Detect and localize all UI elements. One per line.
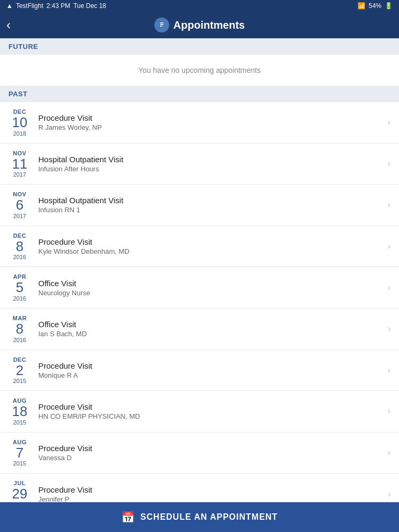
status-time: 2:43 PM (46, 2, 70, 10)
appointment-item[interactable]: AUG 18 2015 Procedure Visit HN CO EMR/IP… (0, 391, 399, 433)
appointment-provider: HN CO EMR/IP PHYSICIAN, MD (38, 412, 384, 420)
appointment-info: Hospital Outpatient Visit Infusion After… (38, 155, 384, 173)
appointment-provider: Infusion RN 1 (38, 206, 384, 214)
date-column: NOV 11 2017 (9, 150, 31, 178)
date-year: 2017 (9, 213, 31, 219)
appointment-info: Procedure Visit HN CO EMR/IP PHYSICIAN, … (38, 402, 384, 420)
appointment-item[interactable]: NOV 6 2017 Hospital Outpatient Visit Inf… (0, 185, 399, 226)
date-day: 5 (9, 280, 31, 295)
appointment-item[interactable]: APR 5 2016 Office Visit Neurology Nurse … (0, 267, 399, 309)
appointment-type: Office Visit (38, 320, 384, 329)
future-section: You have no upcoming appointments (0, 55, 399, 86)
appointment-item[interactable]: DEC 2 2015 Procedure Visit Monique R A › (0, 350, 399, 392)
date-month: AUG (9, 439, 31, 445)
app-name: TestFlight (16, 2, 43, 10)
content-area: FUTURE You have no upcoming appointments… (0, 38, 399, 532)
calendar-icon: 📅 (121, 511, 135, 523)
schedule-button-label: SCHEDULE AN APPOINTMENT (140, 512, 278, 522)
appointment-item[interactable]: DEC 10 2018 Procedure Visit R James Worl… (0, 102, 399, 144)
appointment-info: Office Visit Ian S Bach, MD (38, 320, 384, 338)
appointment-info: Procedure Visit Kyle Windsor Debenham, M… (38, 237, 384, 255)
chevron-right-icon: › (388, 200, 390, 210)
status-date: Tue Dec 18 (73, 2, 106, 10)
date-month: DEC (9, 232, 31, 239)
chevron-right-icon: › (388, 242, 390, 251)
appointments-icon (157, 20, 167, 30)
appointment-info: Procedure Visit R James Worley, NP (38, 113, 384, 131)
chevron-right-icon: › (388, 365, 390, 375)
appointment-type: Procedure Visit (38, 361, 384, 370)
appointment-info: Procedure Visit Jennifer P (38, 485, 384, 503)
appointment-provider: Vanessa D (38, 454, 384, 462)
back-button[interactable]: ‹ (6, 19, 11, 31)
appointment-provider: Monique R A (38, 371, 384, 379)
no-appointments-message: You have no upcoming appointments (138, 66, 261, 74)
nav-title: Appointments (173, 19, 245, 31)
date-column: DEC 2 2015 (9, 356, 31, 385)
date-year: 2015 (9, 378, 31, 384)
date-column: APR 5 2016 (9, 273, 31, 302)
appointment-info: Hospital Outpatient Visit Infusion RN 1 (38, 196, 384, 214)
date-day: 29 (9, 486, 31, 502)
date-column: AUG 18 2015 (9, 397, 31, 426)
appointment-type: Procedure Visit (38, 485, 384, 494)
status-bar: ▲ TestFlight 2:43 PM Tue Dec 18 📶 54% 🔋 (0, 0, 399, 12)
appointment-provider: R James Worley, NP (38, 123, 384, 131)
date-day: 2 (9, 363, 31, 378)
past-section-header: PAST (0, 86, 399, 102)
chevron-right-icon: › (388, 406, 390, 416)
appointment-type: Hospital Outpatient Visit (38, 155, 384, 164)
date-column: MAR 8 2016 (9, 315, 31, 343)
date-month: NOV (9, 150, 31, 156)
date-month: DEC (9, 356, 31, 363)
date-column: AUG 7 2015 (9, 439, 31, 467)
date-day: 7 (9, 445, 31, 461)
appointment-type: Procedure Visit (38, 444, 384, 453)
date-day: 8 (9, 321, 31, 337)
appointment-type: Hospital Outpatient Visit (38, 196, 384, 205)
chevron-right-icon: › (388, 159, 390, 169)
date-year: 2016 (9, 295, 31, 302)
battery-level: 54% (369, 2, 381, 10)
nav-bar: ‹ Appointments (0, 12, 399, 38)
chevron-right-icon: › (388, 118, 390, 127)
bottom-bar: 📅 SCHEDULE AN APPOINTMENT (0, 502, 399, 532)
appointment-type: Procedure Visit (38, 237, 384, 246)
appointment-provider: Kyle Windsor Debenham, MD (38, 247, 384, 255)
date-year: 2015 (9, 419, 31, 426)
chevron-right-icon: › (388, 489, 390, 499)
chevron-right-icon: › (388, 448, 390, 458)
appointment-info: Office Visit Neurology Nurse (38, 279, 384, 297)
appointment-item[interactable]: NOV 11 2017 Hospital Outpatient Visit In… (0, 144, 399, 185)
appointment-provider: Infusion After Hours (38, 165, 384, 173)
status-right: 📶 54% 🔋 (358, 2, 393, 10)
future-section-header: FUTURE (0, 38, 399, 55)
appointment-item[interactable]: MAR 8 2016 Office Visit Ian S Bach, MD › (0, 309, 399, 350)
appointments-list: DEC 10 2018 Procedure Visit R James Worl… (0, 102, 399, 532)
date-column: NOV 6 2017 (9, 191, 31, 219)
appointment-type: Procedure Visit (38, 113, 384, 122)
appointment-item[interactable]: AUG 7 2015 Procedure Visit Vanessa D › (0, 433, 399, 474)
nav-icon (154, 18, 169, 32)
schedule-appointment-button[interactable]: 📅 SCHEDULE AN APPOINTMENT (121, 511, 278, 523)
date-day: 11 (9, 156, 31, 172)
chevron-right-icon: › (388, 324, 390, 334)
date-year: 2015 (9, 460, 31, 467)
appointment-type: Office Visit (38, 279, 384, 288)
wifi-icon: 📶 (358, 2, 365, 10)
appointment-info: Procedure Visit Vanessa D (38, 444, 384, 462)
chevron-right-icon: › (388, 283, 390, 293)
date-year: 2017 (9, 171, 31, 178)
date-day: 10 (9, 115, 31, 130)
nav-title-area: Appointments (154, 18, 245, 32)
status-left: ▲ TestFlight 2:43 PM Tue Dec 18 (6, 2, 106, 10)
signal-icon: ▲ (6, 2, 13, 10)
appointment-type: Procedure Visit (38, 402, 384, 411)
date-year: 2016 (9, 337, 31, 343)
date-column: DEC 8 2016 (9, 232, 31, 261)
appointment-item[interactable]: DEC 8 2016 Procedure Visit Kyle Windsor … (0, 226, 399, 268)
appointment-info: Procedure Visit Monique R A (38, 361, 384, 379)
date-year: 2018 (9, 130, 31, 137)
appointment-provider: Ian S Bach, MD (38, 330, 384, 338)
date-day: 8 (9, 239, 31, 254)
